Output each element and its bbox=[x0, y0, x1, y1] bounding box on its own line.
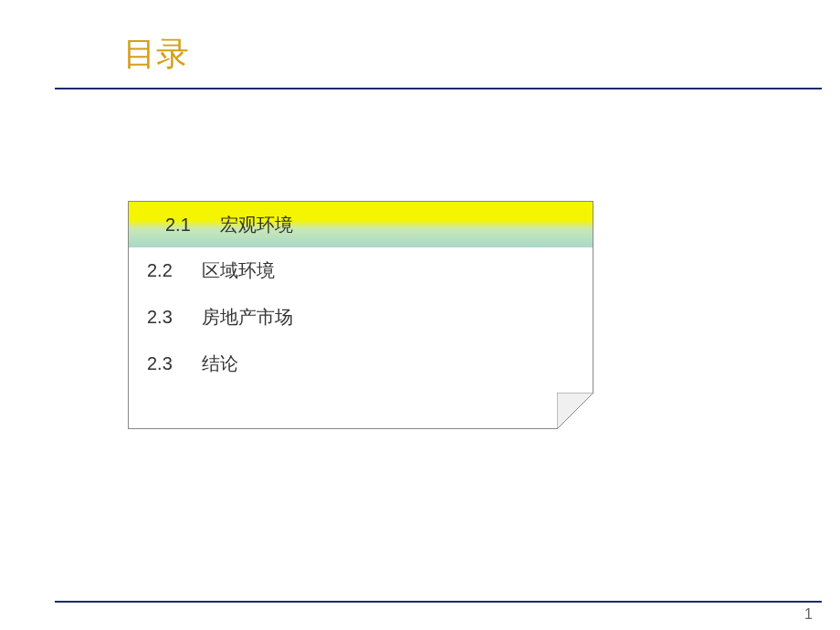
toc-item-4: 2.3 结论 bbox=[129, 341, 593, 387]
toc-text: 宏观环境 bbox=[220, 213, 293, 237]
toc-highlight-bar: 2.1 宏观环境 bbox=[129, 202, 593, 247]
toc-text: 房地产市场 bbox=[202, 305, 293, 330]
toc-box: 2.1 宏观环境 2.2 区域环境 2.3 房地产市场 2.3 结论 bbox=[128, 201, 593, 429]
toc-item-3: 2.3 房地产市场 bbox=[129, 294, 593, 341]
toc-item-1: 2.1 宏观环境 bbox=[147, 202, 311, 247]
page-number: 1 bbox=[804, 606, 813, 623]
toc-text: 结论 bbox=[202, 352, 238, 376]
title-underline bbox=[55, 88, 822, 89]
toc-number: 2.3 bbox=[147, 307, 193, 328]
page-title: 目录 bbox=[123, 32, 840, 77]
toc-text: 区域环境 bbox=[202, 258, 275, 283]
toc-number: 2.2 bbox=[147, 260, 193, 281]
toc-number: 2.1 bbox=[165, 215, 211, 236]
slide-container: 目录 2.1 宏观环境 2.2 区域环境 2.3 房地产市场 2.3 结论 bbox=[0, 0, 840, 630]
bottom-underline bbox=[55, 601, 822, 603]
toc-number: 2.3 bbox=[147, 353, 193, 374]
fold-corner-icon bbox=[557, 393, 593, 429]
toc-item-2: 2.2 区域环境 bbox=[129, 247, 593, 294]
